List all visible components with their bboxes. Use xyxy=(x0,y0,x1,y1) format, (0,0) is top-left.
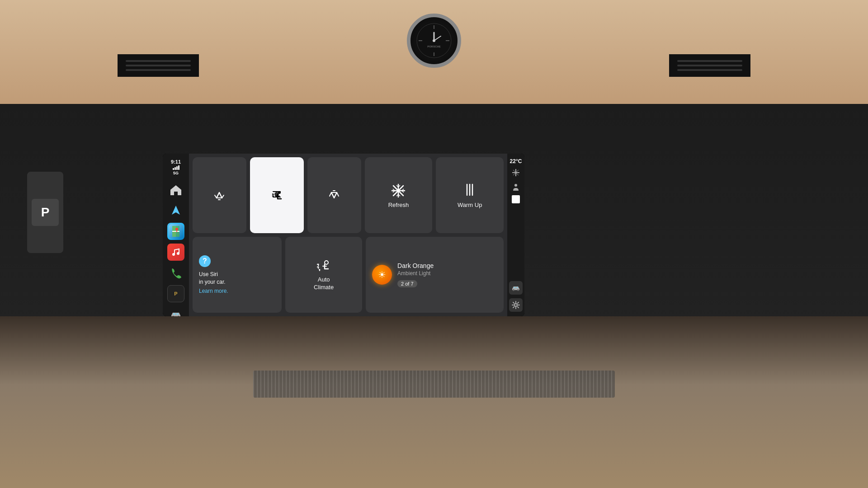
right-panel: 22°C xyxy=(507,154,524,316)
ambient-light-subtitle: Ambient Light xyxy=(397,270,434,277)
ambient-light-title: Dark Orange xyxy=(397,262,434,269)
gear-selector: P xyxy=(27,172,63,253)
sidebar-item-porsche[interactable]: P xyxy=(166,284,186,304)
settings-button[interactable] xyxy=(509,298,523,312)
svg-text:PORSCHE: PORSCHE xyxy=(427,45,441,48)
airflow-up-icon xyxy=(212,188,226,202)
sidebar-item-music[interactable] xyxy=(166,242,186,262)
svg-point-31 xyxy=(278,191,281,194)
right-panel-bottom xyxy=(509,281,523,312)
sidebar-item-home[interactable] xyxy=(166,180,186,200)
network-type: 5G xyxy=(173,171,179,175)
svg-point-51 xyxy=(513,289,514,291)
right-panel-top: 22°C xyxy=(509,158,522,203)
siri-icon: ? xyxy=(199,255,211,267)
refresh-label: Refresh xyxy=(388,202,409,208)
sidebar: 9:11 5G xyxy=(163,154,189,316)
siri-suggestion-card[interactable]: ? Use Siri in your car. Learn more. xyxy=(193,237,282,313)
sidebar-item-maps[interactable] xyxy=(166,221,186,241)
airflow-down-icon xyxy=(327,188,341,202)
porsche-app-icon: P xyxy=(167,285,184,302)
refresh-snowflake-icon xyxy=(390,183,406,199)
clock-gauge: PORSCHE xyxy=(407,14,461,68)
ambient-light-orb: ☀ xyxy=(372,265,392,285)
dashboard-bottom xyxy=(0,316,868,488)
sidebar-item-car[interactable] xyxy=(166,305,186,316)
infotainment-screen: 9:11 5G xyxy=(163,154,524,316)
clock-face: PORSCHE xyxy=(414,20,454,61)
vent-left xyxy=(118,54,199,77)
phone-app-icon xyxy=(167,264,184,282)
airflow-mid-button[interactable] xyxy=(250,157,304,233)
svg-marker-17 xyxy=(172,206,180,215)
warmup-label: Warm Up xyxy=(458,202,482,208)
ambient-text-block: Dark Orange Ambient Light 2 of 7 xyxy=(397,262,434,287)
main-content: Refresh Warm Up ? xyxy=(189,154,507,316)
ambient-sun-icon: ☀ xyxy=(378,269,386,280)
airflow-down-button[interactable] xyxy=(307,157,361,233)
sidebar-item-navigation[interactable] xyxy=(166,201,186,221)
svg-point-23 xyxy=(172,253,175,256)
ambient-light-card[interactable]: ☀ Dark Orange Ambient Light 2 of 7 xyxy=(366,237,504,313)
bottom-row: ? Use Siri in your car. Learn more. xyxy=(193,237,504,313)
refresh-button[interactable]: Refresh xyxy=(365,157,433,233)
svg-rect-54 xyxy=(516,287,518,288)
signal-bar-3 xyxy=(176,166,178,170)
svg-point-50 xyxy=(514,184,517,187)
maps-app-icon xyxy=(167,223,184,240)
status-time: 9:11 xyxy=(171,159,181,164)
svg-point-45 xyxy=(325,261,328,264)
signal-indicator xyxy=(173,165,179,170)
svg-point-44 xyxy=(397,189,400,192)
svg-rect-28 xyxy=(173,313,175,315)
signal-bar-2 xyxy=(175,167,176,170)
auto-climate-label: Auto Climate xyxy=(314,276,334,291)
ambient-page-indicator: 2 of 7 xyxy=(397,280,417,287)
speaker-grille xyxy=(253,371,615,398)
auto-climate-button[interactable]: Auto Climate xyxy=(285,237,362,313)
vent-right xyxy=(669,54,750,77)
svg-point-7 xyxy=(433,39,435,42)
signal-bar-4 xyxy=(178,165,179,170)
auto-climate-icon xyxy=(316,258,332,274)
siri-text-line1: Use Siri in your car. xyxy=(199,271,226,286)
temperature-display: 22°C xyxy=(510,158,522,164)
warmup-button[interactable]: Warm Up xyxy=(436,157,504,233)
car-view-button[interactable] xyxy=(509,281,523,295)
fan-speed-icon xyxy=(509,166,522,179)
person-icon xyxy=(509,181,522,193)
airflow-mid-icon xyxy=(269,188,284,202)
airflow-up-button[interactable] xyxy=(193,157,246,233)
white-indicator xyxy=(512,195,520,203)
svg-rect-29 xyxy=(176,313,179,315)
gear-p-indicator: P xyxy=(32,199,59,226)
warmup-heat-icon xyxy=(462,183,478,199)
music-app-icon xyxy=(167,244,184,261)
svg-text:P: P xyxy=(174,291,177,296)
svg-rect-53 xyxy=(514,287,515,288)
sidebar-item-phone[interactable] xyxy=(166,263,186,283)
status-bar: 9:11 5G xyxy=(171,157,181,179)
signal-bar-1 xyxy=(173,168,174,170)
svg-point-55 xyxy=(514,304,517,306)
climate-top-row: Refresh Warm Up xyxy=(193,157,504,233)
car-app-icon xyxy=(167,306,184,316)
svg-point-24 xyxy=(177,252,179,255)
siri-learn-more-link[interactable]: Learn more. xyxy=(199,288,228,294)
svg-point-52 xyxy=(517,289,519,291)
